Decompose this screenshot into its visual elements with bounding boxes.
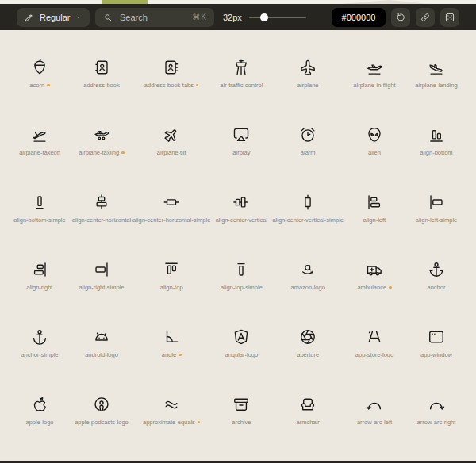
icon-cell[interactable]: align-center-horizontal-simple: [132, 181, 210, 248]
weight-dropdown[interactable]: Regular: [17, 8, 90, 27]
icon-cell[interactable]: apple-podcasts-logo: [71, 383, 132, 450]
icon-label: arrow-arc-left: [357, 419, 392, 426]
app-store-logo-icon: [366, 328, 383, 346]
align-right-icon: [31, 261, 48, 278]
icon-cell[interactable]: armchair: [272, 383, 344, 450]
icon-cell[interactable]: airplane-in-flight: [344, 46, 405, 113]
search-box[interactable]: ⌘K: [95, 8, 214, 27]
icon-cell[interactable]: amazon-logo: [272, 248, 344, 316]
align-center-horizontal-icon: [93, 193, 110, 211]
air-traffic-control-icon: [232, 59, 250, 76]
airplay-icon: [232, 126, 250, 143]
apple-podcasts-logo-icon: [93, 396, 110, 413]
icon-cell[interactable]: align-top: [132, 248, 210, 316]
align-top-icon: [163, 261, 180, 278]
icon-cell[interactable]: airplay: [210, 113, 272, 181]
icon-cell[interactable]: airplane-tilt: [132, 113, 210, 181]
icon-cell[interactable]: align-left: [344, 181, 405, 248]
new-dot: [178, 354, 182, 357]
icon-cell[interactable]: align-left-simple: [405, 181, 467, 248]
icon-cell[interactable]: approximate-equals: [132, 383, 210, 450]
icon-label: address-book: [83, 82, 119, 89]
icon-cell[interactable]: airplane-takeoff: [9, 113, 71, 181]
icon-cell[interactable]: align-right: [9, 248, 71, 316]
icon-cell[interactable]: anchor: [405, 248, 467, 316]
icon-label: angle: [162, 351, 176, 358]
slider-track[interactable]: [249, 17, 306, 19]
icon-label: align-center-vertical-simple: [272, 216, 344, 224]
toolbar: Regular ⌘K 32px #000000: [0, 4, 476, 30]
search-input[interactable]: [118, 12, 177, 23]
airplane-in-flight-icon: [366, 59, 383, 76]
icon-label: align-center-horizontal-simple: [132, 216, 210, 224]
icon-cell[interactable]: align-top-simple: [210, 248, 272, 316]
icon-cell[interactable]: address-book: [71, 46, 132, 113]
icon-cell[interactable]: airplane: [272, 46, 344, 113]
armchair-icon: [299, 396, 317, 413]
icon-cell[interactable]: align-center-horizontal: [71, 181, 132, 248]
icon-cell[interactable]: align-bottom-simple: [9, 181, 71, 248]
icon-cell[interactable]: ambulance: [344, 248, 405, 316]
acorn-icon: [31, 59, 48, 76]
icon-label: ambulance: [357, 284, 386, 291]
icon-cell[interactable]: alien: [344, 113, 405, 181]
icon-cell[interactable]: align-bottom: [405, 113, 467, 181]
icon-label: align-center-vertical: [216, 216, 267, 224]
icon-label: align-left-simple: [416, 216, 458, 224]
align-left-icon: [366, 193, 383, 211]
aperture-icon: [299, 328, 317, 346]
size-slider[interactable]: [249, 8, 306, 27]
icon-cell[interactable]: app-window: [405, 316, 467, 383]
icon-cell[interactable]: app-store-logo: [344, 316, 405, 383]
icon-cell[interactable]: aperture: [272, 316, 344, 383]
icon-cell[interactable]: acorn: [9, 46, 71, 113]
arrow-arc-left-icon: [366, 396, 383, 413]
icon-label: anchor-simple: [21, 351, 58, 358]
icon-cell[interactable]: apple-logo: [9, 383, 71, 450]
icon-cell[interactable]: angle: [132, 316, 210, 383]
link-icon: [420, 12, 431, 23]
icon-label: alien: [368, 149, 381, 156]
icon-label: armchair: [297, 419, 320, 426]
icon-label: app-window: [420, 351, 452, 358]
icon-label: align-bottom: [420, 149, 452, 156]
color-input[interactable]: #000000: [332, 8, 386, 27]
icon-cell[interactable]: angular-logo: [210, 316, 272, 383]
icon-label: airplane-tilt: [157, 149, 186, 156]
icon-cell[interactable]: address-book-tabs: [132, 46, 210, 113]
undo-icon: [395, 12, 406, 23]
icon-label: acorn: [29, 82, 44, 89]
icon-cell[interactable]: air-traffic-control: [210, 46, 272, 113]
icon-label: apple-logo: [25, 419, 53, 426]
android-logo-icon: [93, 328, 110, 346]
icon-label: align-left: [363, 216, 386, 224]
angular-logo-icon: [232, 328, 250, 346]
icon-cell[interactable]: align-center-vertical-simple: [272, 181, 344, 248]
icon-cell[interactable]: archive: [210, 383, 272, 450]
icon-label: aperture: [297, 351, 319, 358]
icon-cell[interactable]: arrow-arc-right: [405, 383, 467, 450]
align-top-simple-icon: [232, 261, 250, 278]
icon-cell[interactable]: alarm: [272, 113, 344, 181]
icon-cell[interactable]: anchor-simple: [9, 316, 71, 383]
undo-button[interactable]: [391, 8, 410, 27]
airplane-taxiing-icon: [93, 126, 110, 143]
icon-label: airplane-taxiing: [79, 149, 119, 156]
icon-cell[interactable]: align-right-simple: [71, 248, 132, 316]
align-right-simple-icon: [93, 261, 110, 278]
selection-button[interactable]: [440, 8, 459, 27]
approximate-equals-icon: [163, 396, 180, 413]
align-center-horizontal-simple-icon: [163, 193, 180, 211]
alarm-icon: [299, 126, 317, 143]
icon-cell[interactable]: android-logo: [71, 316, 132, 383]
slider-thumb[interactable]: [260, 13, 268, 21]
icon-cell[interactable]: airplane-landing: [405, 46, 467, 113]
copy-link-button[interactable]: [416, 8, 435, 27]
icon-cell[interactable]: airplane-taxiing: [71, 113, 132, 181]
icon-cell[interactable]: arrow-arc-left: [344, 383, 405, 450]
icon-cell[interactable]: align-center-vertical: [210, 181, 272, 248]
align-center-vertical-simple-icon: [299, 193, 317, 211]
icon-label: align-top: [160, 284, 183, 291]
icon-label: alarm: [301, 149, 316, 156]
airplane-icon: [299, 59, 317, 76]
